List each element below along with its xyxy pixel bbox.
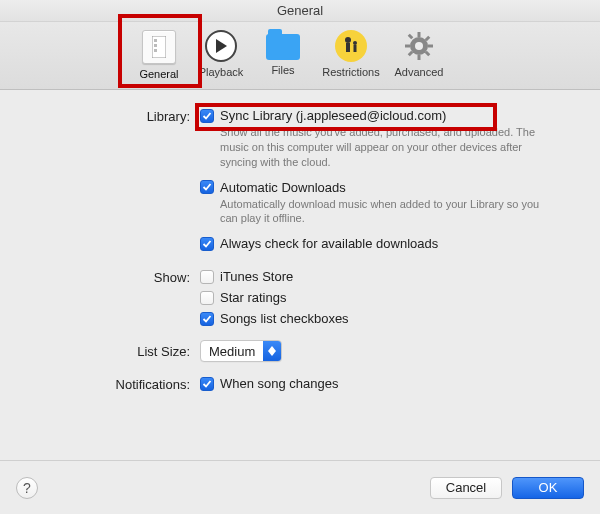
sync-library-text: Sync Library (j.appleseed@icloud.com): [220, 108, 446, 123]
svg-rect-1: [154, 39, 157, 42]
svg-point-5: [345, 37, 351, 43]
tab-restrictions[interactable]: Restrictions: [314, 28, 388, 78]
svg-rect-12: [418, 55, 421, 60]
notifications-label: Notifications:: [22, 376, 200, 392]
show-label: Show:: [22, 269, 200, 285]
song-changes-text: When song changes: [220, 376, 339, 391]
tab-files-label: Files: [271, 64, 294, 76]
svg-rect-13: [405, 45, 410, 48]
cancel-button[interactable]: Cancel: [430, 477, 502, 499]
svg-rect-15: [408, 34, 414, 40]
chevron-updown-icon: [263, 341, 281, 361]
folder-icon: [266, 34, 300, 60]
tab-files[interactable]: Files: [252, 28, 314, 76]
gear-icon: [403, 30, 435, 62]
tab-restrictions-label: Restrictions: [322, 66, 379, 78]
always-check-checkbox[interactable]: [200, 237, 214, 251]
svg-rect-3: [154, 49, 157, 52]
svg-rect-6: [346, 43, 350, 52]
svg-rect-14: [428, 45, 433, 48]
always-check-text: Always check for available downloads: [220, 236, 438, 251]
auto-downloads-checkbox[interactable]: [200, 180, 214, 194]
auto-downloads-desc: Automatically download music when added …: [220, 197, 550, 227]
svg-rect-2: [154, 44, 157, 47]
sync-library-desc: Show all the music you've added, purchas…: [220, 125, 550, 170]
svg-point-10: [415, 42, 423, 50]
star-ratings-text: Star ratings: [220, 290, 286, 305]
general-icon: [142, 30, 176, 64]
preferences-toolbar: General Playback Files Restrictions Adva…: [0, 22, 600, 90]
songs-checkboxes-text: Songs list checkboxes: [220, 311, 349, 326]
window-title: General: [0, 0, 600, 22]
auto-downloads-text: Automatic Downloads: [220, 180, 346, 195]
tab-advanced[interactable]: Advanced: [388, 28, 450, 78]
list-size-label: List Size:: [22, 344, 200, 359]
list-size-value: Medium: [201, 344, 263, 359]
svg-rect-8: [354, 45, 357, 52]
list-size-select[interactable]: Medium: [200, 340, 282, 362]
help-button[interactable]: ?: [16, 477, 38, 499]
play-icon: [205, 30, 237, 62]
restrictions-icon: [335, 30, 367, 62]
svg-point-7: [353, 41, 357, 45]
itunes-store-checkbox[interactable]: [200, 270, 214, 284]
tab-advanced-label: Advanced: [395, 66, 444, 78]
tab-general-label: General: [139, 68, 178, 80]
song-changes-checkbox[interactable]: [200, 377, 214, 391]
svg-marker-4: [216, 39, 227, 53]
sync-library-checkbox[interactable]: [200, 109, 214, 123]
svg-rect-11: [418, 32, 421, 37]
library-label: Library:: [22, 108, 200, 124]
bottom-bar: ? Cancel OK: [0, 460, 600, 514]
svg-marker-20: [268, 351, 276, 356]
ok-button[interactable]: OK: [512, 477, 584, 499]
star-ratings-checkbox[interactable]: [200, 291, 214, 305]
songs-checkboxes-checkbox[interactable]: [200, 312, 214, 326]
tab-playback-label: Playback: [199, 66, 244, 78]
tab-playback[interactable]: Playback: [190, 28, 252, 78]
itunes-store-text: iTunes Store: [220, 269, 293, 284]
tab-general[interactable]: General: [128, 28, 190, 80]
content-area: Library: Sync Library (j.appleseed@iclou…: [0, 90, 600, 393]
